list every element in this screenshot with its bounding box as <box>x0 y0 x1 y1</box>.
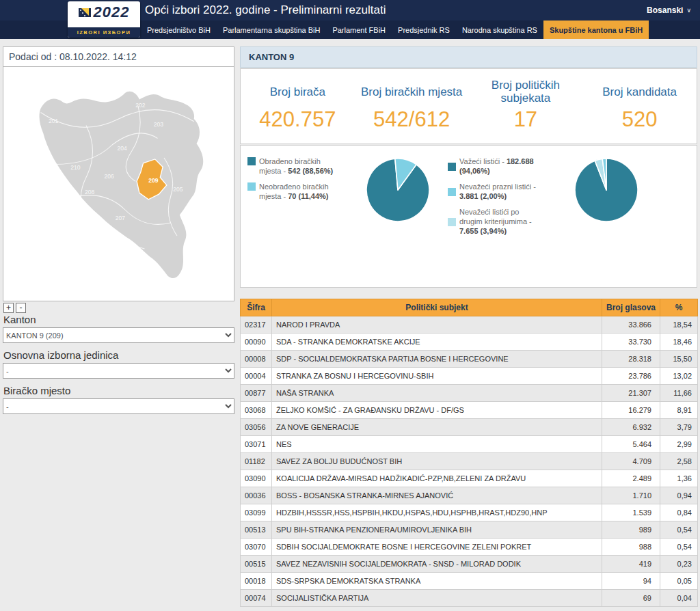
legend-value: 7.655 (3,94%) <box>459 227 507 235</box>
logo-line1: IZBORI <box>77 29 100 36</box>
legend-value: 542 (88,56%) <box>288 167 333 175</box>
legend-swatch-icon <box>247 157 256 165</box>
cell-code: 03071 <box>241 436 272 453</box>
biracko-mjesto-select[interactable]: - <box>3 398 234 414</box>
cell-votes: 5.464 <box>602 436 660 453</box>
table-row: 00074SOCIJALISTIČKA PARTIJA690,04 <box>241 590 698 607</box>
logo[interactable]: 2022 IZBORI ИЗБОРИ <box>68 1 140 38</box>
table-row: 00090SDA - STRANKA DEMOKRATSKE AKCIJE33.… <box>241 334 698 351</box>
legend-swatch-icon <box>448 188 456 196</box>
table-row: 00018SDS-SRPSKA DEMOKRATSKA STRANKA940,0… <box>241 573 698 590</box>
kanton-select[interactable]: KANTON 9 (209) <box>3 327 234 343</box>
cell-code: 00008 <box>241 351 272 368</box>
cell-party: KOALICIJA DRŽAVA-MIRSAD HADŽIKADIĆ-PZP,N… <box>272 470 602 487</box>
cell-party: BOSS - BOSANSKA STRANKA-MIRNES AJANOVIĆ <box>272 487 602 504</box>
cell-votes: 6.932 <box>602 419 660 436</box>
cell-party: HDZBIH,HSSSR,HSS,HSPBIH,HKDU,HSPAS,HDU,H… <box>272 504 602 521</box>
map-panel: 201202203204205206207208209210 <box>3 66 234 301</box>
legend-item: Neobrađeno biračkih mjesta - 70 (11,44%) <box>247 182 335 201</box>
map-region-label: 201 <box>49 118 59 124</box>
filter-label: Kanton <box>3 314 234 325</box>
stat-label: Broj birača <box>270 78 325 105</box>
cell-party: NES <box>272 436 602 453</box>
cell-votes: 419 <box>602 556 660 573</box>
table-row: 00004STRANKA ZA BOSNU I HERCEGOVINU-SBIH… <box>241 368 698 385</box>
cell-party: ZA NOVE GENERACIJE <box>272 419 602 436</box>
nav-tab[interactable]: Parlament FBiH <box>326 21 392 39</box>
table-row: 03071NES5.4642,99 <box>241 436 698 453</box>
language-selector[interactable]: Bosanski ∨ <box>647 5 691 15</box>
logo-line2: ИЗБОРИ <box>103 29 131 36</box>
cell-votes: 33.730 <box>602 334 660 351</box>
cell-votes: 1.710 <box>602 487 660 504</box>
cell-percent: 13,02 <box>660 368 698 385</box>
results-table-body: 02317NAROD I PRAVDA33.86618,5400090SDA -… <box>241 316 698 607</box>
cell-code: 00036 <box>241 487 272 504</box>
region-title-bar: KANTON 9 <box>240 46 697 68</box>
stat-value: 17 <box>514 108 537 131</box>
cell-votes: 2.489 <box>602 470 660 487</box>
column-header: Šifra <box>241 299 272 316</box>
legend-value: 182.688 (94,06%) <box>459 157 534 175</box>
nav-tab[interactable]: Skupštine kantona u FBiH <box>543 21 649 39</box>
map-country-shape <box>40 92 204 278</box>
cell-party: NAROD I PRAVDA <box>272 316 602 334</box>
chevron-down-icon: ∨ <box>686 7 691 14</box>
logo-year-row: 2022 <box>79 4 130 21</box>
legend-text: Nevažeći prazni listići - 3.881 (2,00%) <box>459 182 538 201</box>
table-row: 02317NAROD I PRAVDA33.86618,54 <box>241 316 698 334</box>
nav-tab[interactable]: Predsjedništvo BiH <box>141 21 217 39</box>
language-label: Bosanski <box>647 5 683 15</box>
legend-item: Nevažeći listići po drugim kriterijumima… <box>448 207 538 236</box>
osnovna-izborna-jedinica-select[interactable]: - <box>3 363 234 379</box>
cell-party: SAVEZ ZA BOLJU BUDUĆNOST BIH <box>272 453 602 470</box>
legend-swatch-icon <box>448 163 456 171</box>
nav-tab[interactable]: Narodna skupština RS <box>456 21 543 39</box>
map-region-label: 209 <box>148 177 159 184</box>
table-row: 03068ŽELJKO KOMŠIĆ - ZA GRAĐANSKU DRŽAVU… <box>241 402 698 419</box>
cell-party: SOCIJALISTIČKA PARTIJA <box>272 590 602 607</box>
cell-code: 00515 <box>241 556 272 573</box>
nav-tab[interactable]: Predsjednik RS <box>392 21 456 39</box>
cell-party: SDS-SRPSKA DEMOKRATSKA STRANKA <box>272 573 602 590</box>
stat-label: Broj političkih subjekata <box>474 78 577 105</box>
map-region-label: 207 <box>116 215 126 221</box>
table-row: 00515SAVEZ NEZAVISNIH SOCIJALDEMOKRATA -… <box>241 556 698 573</box>
legend-item: Važeći listići - 182.688 (94,06%) <box>448 157 538 176</box>
cell-code: 02317 <box>241 316 272 334</box>
table-row: 03056ZA NOVE GENERACIJE6.9323,79 <box>241 419 698 436</box>
cell-percent: 3,79 <box>660 419 698 436</box>
stats-panel: Broj birača420.757Broj biračkih mjesta54… <box>240 68 697 144</box>
legend-text: Nevažeći listići po drugim kriterijumima… <box>459 207 538 236</box>
cell-party: SPU BIH-STRANKA PENZIONERA/UMIROVLJENIKA… <box>272 521 602 539</box>
data-timestamp: Podaci od : 08.10.2022. 14:12 <box>3 46 234 67</box>
cell-percent: 15,50 <box>660 351 698 368</box>
zoom-out-button[interactable]: - <box>16 303 26 313</box>
map-region-label: 206 <box>105 173 115 180</box>
cell-percent: 0,23 <box>660 556 698 573</box>
filter-group: Biračko mjesto- <box>3 385 234 414</box>
cell-votes: 988 <box>602 539 660 556</box>
zoom-in-button[interactable]: + <box>3 303 14 313</box>
cell-percent: 11,66 <box>660 385 698 402</box>
cell-votes: 69 <box>602 590 660 607</box>
cell-code: 03099 <box>241 504 272 521</box>
cell-percent: 0,94 <box>660 487 698 504</box>
stat: Broj biračkih mjesta542/612 <box>355 69 469 144</box>
stat-value: 542/612 <box>373 108 450 131</box>
filter-label: Biračko mjesto <box>3 385 234 396</box>
legend-text: Neobrađeno biračkih mjesta - 70 (11,44%) <box>259 182 335 201</box>
cell-party: SAVEZ NEZAVISNIH SOCIJALDEMOKRATA - SNSD… <box>272 556 602 573</box>
bih-flag-icon <box>79 8 91 17</box>
cell-code: 03068 <box>241 402 272 419</box>
cell-party: SDBIH SOCIJALDEMOKRATE BOSNE I HERCEGOVI… <box>272 539 602 556</box>
cell-code: 03070 <box>241 539 272 556</box>
cell-percent: 0,05 <box>660 573 698 590</box>
nav-tab[interactable]: Parlamentarna skupština BiH <box>217 21 326 39</box>
cell-code: 01182 <box>241 453 272 470</box>
map-region-label: 203 <box>154 121 164 128</box>
cell-party: SDP - SOCIJALDEMOKRATSKA PARTIJA BOSNE I… <box>272 351 602 368</box>
cell-votes: 4.709 <box>602 453 660 470</box>
cell-code: 00877 <box>241 385 272 402</box>
cell-votes: 94 <box>602 573 660 590</box>
